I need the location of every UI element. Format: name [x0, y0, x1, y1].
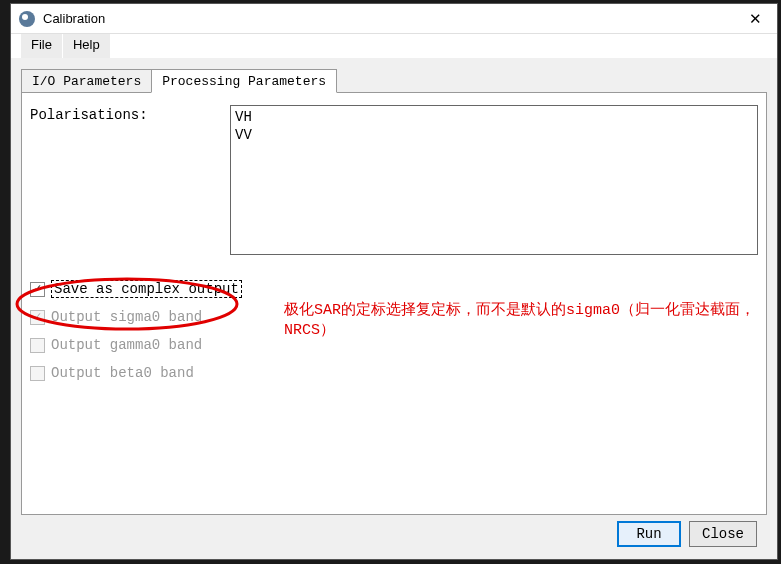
app-icon — [19, 11, 35, 27]
save-complex-row[interactable]: Save as complex output — [30, 275, 758, 303]
checkbox-group: Save as complex output Output sigma0 ban… — [30, 275, 758, 387]
polarisations-row: Polarisations: VH VV — [30, 105, 758, 255]
output-sigma0-checkbox — [30, 310, 45, 325]
tab-io-parameters[interactable]: I/O Parameters — [21, 69, 152, 93]
polarisations-listbox[interactable]: VH VV — [230, 105, 758, 255]
window-title: Calibration — [43, 11, 733, 26]
output-beta0-checkbox — [30, 366, 45, 381]
list-item[interactable]: VV — [235, 126, 753, 144]
menubar: File Help — [11, 34, 777, 58]
button-bar: Run Close — [21, 515, 767, 553]
run-button[interactable]: Run — [617, 521, 681, 547]
list-item[interactable]: VH — [235, 108, 753, 126]
output-beta0-row: Output beta0 band — [30, 359, 758, 387]
save-complex-checkbox[interactable] — [30, 282, 45, 297]
output-beta0-label: Output beta0 band — [51, 365, 194, 381]
output-gamma0-checkbox — [30, 338, 45, 353]
menu-file[interactable]: File — [21, 34, 63, 58]
close-button[interactable]: Close — [689, 521, 757, 547]
close-icon[interactable]: ✕ — [733, 4, 777, 33]
output-gamma0-row: Output gamma0 band — [30, 331, 758, 359]
titlebar: Calibration ✕ — [11, 4, 777, 34]
output-sigma0-label: Output sigma0 band — [51, 309, 202, 325]
save-complex-label: Save as complex output — [51, 280, 242, 298]
menu-help[interactable]: Help — [63, 34, 111, 58]
tabs: I/O Parameters Processing Parameters — [21, 68, 767, 92]
calibration-window: Calibration ✕ File Help I/O Parameters P… — [10, 3, 778, 560]
content-area: I/O Parameters Processing Parameters Pol… — [11, 58, 777, 559]
output-gamma0-label: Output gamma0 band — [51, 337, 202, 353]
output-sigma0-row: Output sigma0 band — [30, 303, 758, 331]
tab-processing-parameters[interactable]: Processing Parameters — [151, 69, 337, 93]
processing-parameters-panel: Polarisations: VH VV Save as complex out… — [21, 92, 767, 515]
polarisations-label: Polarisations: — [30, 105, 230, 123]
